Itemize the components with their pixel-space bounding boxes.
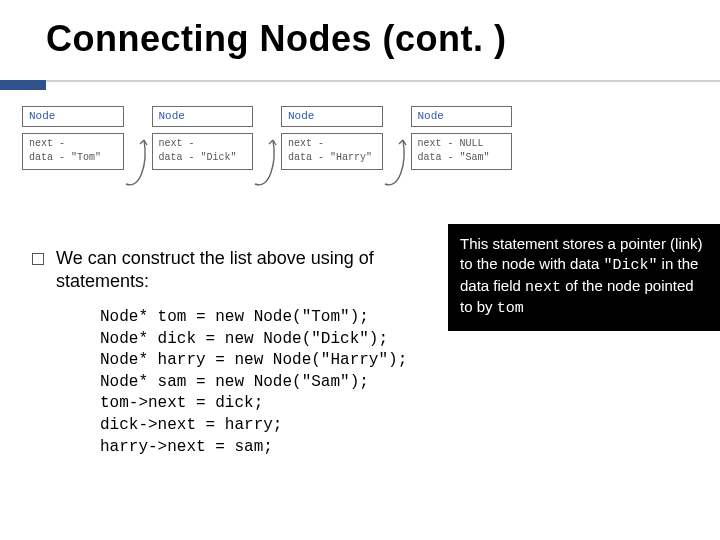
node-data-value: "Dick": [201, 151, 237, 165]
node-data-label: data -: [418, 151, 460, 165]
code-block: Node* tom = new Node("Tom"); Node* dick …: [100, 307, 407, 458]
title-divider: [0, 80, 720, 90]
divider-line: [46, 80, 720, 82]
node-next-label: next -: [288, 137, 330, 151]
node-next-value: NULL: [460, 137, 484, 151]
node-card: Nodenext - data - "Dick": [152, 106, 254, 170]
node-body: next - NULLdata - "Sam": [411, 133, 513, 170]
page-title: Connecting Nodes (cont. ): [46, 18, 506, 60]
node-type-label: Node: [152, 106, 254, 127]
node-type-label: Node: [411, 106, 513, 127]
node-data-label: data -: [159, 151, 201, 165]
bullet-marker: [32, 253, 44, 265]
divider-accent: [0, 80, 46, 90]
tooltip-code: "Dick": [603, 257, 657, 274]
node-data-value: "Sam": [460, 151, 490, 165]
bullet-text: We can construct the list above using of…: [56, 247, 438, 293]
node-next-label: next -: [418, 137, 460, 151]
node-data-value: "Harry": [330, 151, 372, 165]
tooltip-code: tom: [497, 300, 524, 317]
node-card: Nodenext - data - "Tom": [22, 106, 124, 170]
node-data-value: "Tom": [71, 151, 101, 165]
slide: Connecting Nodes (cont. ) Nodenext - dat…: [0, 0, 720, 540]
node-type-label: Node: [22, 106, 124, 127]
arrow-icon: [124, 134, 152, 196]
node-next-label: next -: [159, 137, 201, 151]
node-next-label: next -: [29, 137, 71, 151]
tooltip-callout: This statement stores a pointer (link) t…: [448, 224, 720, 331]
arrow-icon: [253, 134, 281, 196]
nodes-row: Nodenext - data - "Tom"Nodenext - data -…: [22, 106, 512, 198]
node-body: next - data - "Tom": [22, 133, 124, 170]
tooltip-code: next: [525, 279, 561, 296]
node-body: next - data - "Dick": [152, 133, 254, 170]
node-type-label: Node: [281, 106, 383, 127]
arrow-icon: [383, 134, 411, 196]
node-body: next - data - "Harry": [281, 133, 383, 170]
node-card: Nodenext - data - "Harry": [281, 106, 383, 170]
node-card: Nodenext - NULLdata - "Sam": [411, 106, 513, 170]
node-data-label: data -: [288, 151, 330, 165]
bullet-item: We can construct the list above using of…: [32, 247, 438, 293]
node-data-label: data -: [29, 151, 71, 165]
